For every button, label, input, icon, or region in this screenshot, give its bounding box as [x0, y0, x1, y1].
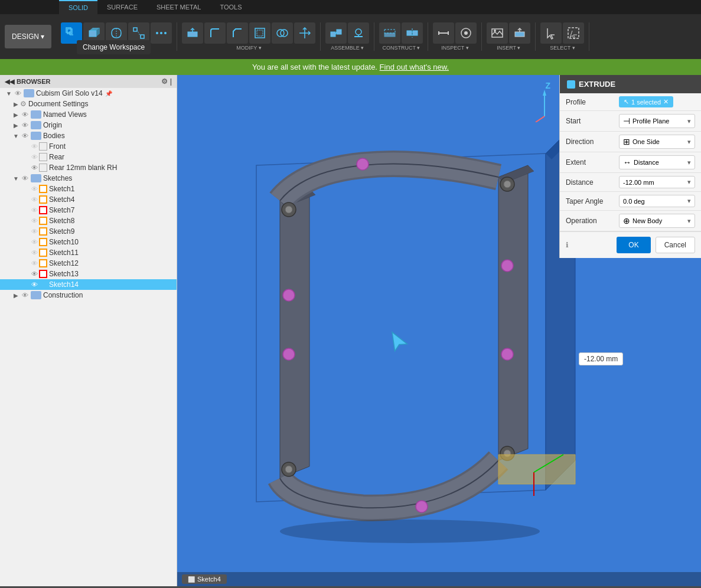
extrude-value-profile: ↖ 1 selected ✕ [619, 96, 695, 107]
direction-dropdown[interactable]: ⊞ One Side ▾ [619, 135, 695, 149]
front-vis-icon[interactable]: 👁 [30, 143, 39, 150]
profile-selected-badge[interactable]: ↖ 1 selected ✕ [619, 96, 673, 107]
browser-expand-icon[interactable]: | [170, 77, 172, 86]
expand-origin[interactable]: ▶ [12, 122, 20, 129]
tb-select-box[interactable] [563, 22, 584, 44]
expand-doc-settings[interactable]: ▶ [12, 101, 20, 107]
sketches-vis-icon[interactable]: 👁 [20, 175, 30, 182]
tb-decal[interactable] [509, 22, 530, 44]
tree-item-bodies[interactable]: ▼ 👁 Bodies [0, 130, 177, 141]
viewport[interactable]: -12.00 mm Z EXTRUDE Profile ↖ 1 selected [177, 75, 701, 586]
taper-dropdown[interactable]: 0.0 deg ▾ [619, 195, 695, 207]
tree-item-sketch13[interactable]: 👁 Sketch13 [0, 269, 177, 279]
tab-surface[interactable]: SURFACE [97, 0, 147, 14]
expand-named-views[interactable]: ▶ [12, 112, 20, 118]
sketch9-icon [39, 227, 47, 236]
tb-inspect-more[interactable] [455, 22, 477, 44]
tb-offset-plane[interactable] [379, 22, 400, 44]
sketch11-vis-icon[interactable]: 👁 [30, 249, 39, 256]
expand-construction[interactable]: ▶ [12, 292, 20, 299]
root-vis-icon[interactable]: 👁 [13, 90, 22, 97]
tree-item-doc-settings[interactable]: ▶ ⚙ Document Settings [0, 99, 177, 109]
tab-sheet-metal[interactable]: SHEET METAL [147, 0, 210, 14]
sketch4-vis-icon[interactable]: 👁 [30, 196, 39, 203]
tree-item-sketch7[interactable]: 👁 Sketch7 [0, 205, 177, 215]
tree-item-sketch14[interactable]: 👁 Sketch14 [0, 279, 177, 290]
tb-fillet[interactable] [204, 22, 226, 44]
tree-item-construction[interactable]: ▶ 👁 Construction [0, 290, 177, 300]
change-workspace-tooltip: Change Workspace [77, 40, 151, 54]
start-dropdown[interactable]: ⊣ Profile Plane ▾ [619, 114, 695, 128]
svg-line-9 [137, 30, 141, 37]
tab-tools[interactable]: TOOLS [210, 0, 251, 14]
construction-vis-icon[interactable]: 👁 [20, 292, 30, 299]
origin-vis-icon[interactable]: 👁 [20, 122, 30, 129]
tb-chamfer[interactable] [227, 22, 248, 44]
tree-item-rear[interactable]: 👁 Rear [0, 152, 177, 162]
expand-bodies[interactable]: ▼ [12, 133, 20, 139]
doc-settings-icon: ⚙ [20, 100, 27, 108]
tree-item-named-views-label: Named Views [43, 110, 87, 119]
root-pin-icon[interactable]: 📌 [105, 90, 112, 97]
expand-sketches[interactable]: ▼ [12, 175, 20, 182]
tree-item-origin[interactable]: ▶ 👁 Origin [0, 120, 177, 130]
sketch12-vis-icon[interactable]: 👁 [30, 260, 39, 267]
tb-joint[interactable] [325, 22, 347, 44]
origin-folder-icon [31, 121, 41, 129]
tb-press-pull[interactable] [182, 22, 203, 44]
sketch8-vis-icon[interactable]: 👁 [30, 217, 39, 224]
browser-settings-icon[interactable]: ⚙ [161, 77, 168, 86]
clear-selection-icon[interactable]: ✕ [663, 98, 669, 106]
sketch9-vis-icon[interactable]: 👁 [30, 228, 39, 235]
svg-marker-43 [280, 189, 309, 478]
design-button[interactable]: DESIGN ▾ [5, 25, 51, 48]
distance-dropdown[interactable]: -12.00 mm ▾ [619, 176, 695, 188]
sketch10-vis-icon[interactable]: 👁 [30, 239, 39, 246]
extent-dropdown[interactable]: ↔ Distance ▾ [619, 155, 695, 169]
svg-point-57 [501, 260, 513, 272]
tree-item-sketch9[interactable]: 👁 Sketch9 [0, 226, 177, 237]
tree-item-sketch8[interactable]: 👁 Sketch8 [0, 215, 177, 226]
bodies-vis-icon[interactable]: 👁 [20, 132, 30, 139]
notification-link[interactable]: Find out what's new. [380, 63, 449, 71]
tb-more-create[interactable] [151, 22, 172, 44]
tree-item-sketch11[interactable]: 👁 Sketch11 [0, 247, 177, 258]
rear12mm-vis-icon[interactable]: 👁 [30, 164, 39, 171]
extrude-info-icon[interactable]: ℹ [566, 241, 569, 249]
sketch7-icon [39, 206, 47, 214]
named-views-vis-icon[interactable]: 👁 [20, 111, 30, 118]
tb-midplane[interactable] [402, 22, 423, 44]
tree-item-root[interactable]: ▼ 👁 Cubism Girl Solo v14 📌 [0, 88, 177, 99]
expand-root[interactable]: ▼ [5, 90, 13, 97]
sketch14-vis-icon[interactable]: 👁 [30, 281, 39, 288]
tree-item-sketch1[interactable]: 👁 Sketch1 [0, 184, 177, 194]
tb-insert-image[interactable] [487, 22, 508, 44]
sketch13-vis-icon[interactable]: 👁 [30, 270, 39, 277]
taper-dropdown-arrow: ▾ [687, 197, 691, 205]
tb-select[interactable] [540, 22, 562, 44]
tree-item-rear12mm[interactable]: 👁 Rear 12mm blank RH [0, 162, 177, 173]
browser-collapse-icon[interactable]: ◀◀ [5, 78, 14, 86]
tree-item-sketch10[interactable]: 👁 Sketch10 [0, 237, 177, 247]
sketch7-vis-icon[interactable]: 👁 [30, 207, 39, 214]
tab-solid[interactable]: SOLID [59, 0, 97, 14]
tb-shell[interactable] [249, 22, 270, 44]
cancel-button[interactable]: Cancel [656, 237, 695, 253]
operation-val: New Body [632, 217, 662, 224]
svg-rect-13 [188, 32, 197, 37]
tb-ground[interactable] [348, 22, 369, 44]
tb-measure[interactable] [433, 22, 454, 44]
rear-vis-icon[interactable]: 👁 [30, 153, 39, 161]
sketch4-chip[interactable]: ⬜ Sketch4 [182, 574, 227, 584]
tree-item-sketch8-label: Sketch8 [49, 217, 74, 225]
operation-dropdown[interactable]: ⊕ New Body ▾ [619, 214, 695, 228]
tree-item-named-views[interactable]: ▶ 👁 Named Views [0, 109, 177, 120]
tree-item-sketch12[interactable]: 👁 Sketch12 [0, 258, 177, 269]
tb-move[interactable] [294, 22, 315, 44]
ok-button[interactable]: OK [617, 237, 650, 253]
tree-item-sketch4[interactable]: 👁 Sketch4 [0, 194, 177, 205]
tree-item-front[interactable]: 👁 Front [0, 141, 177, 152]
tree-item-sketches[interactable]: ▼ 👁 Sketches [0, 173, 177, 184]
sketch1-vis-icon[interactable]: 👁 [30, 185, 39, 192]
tb-combine[interactable] [272, 22, 293, 44]
